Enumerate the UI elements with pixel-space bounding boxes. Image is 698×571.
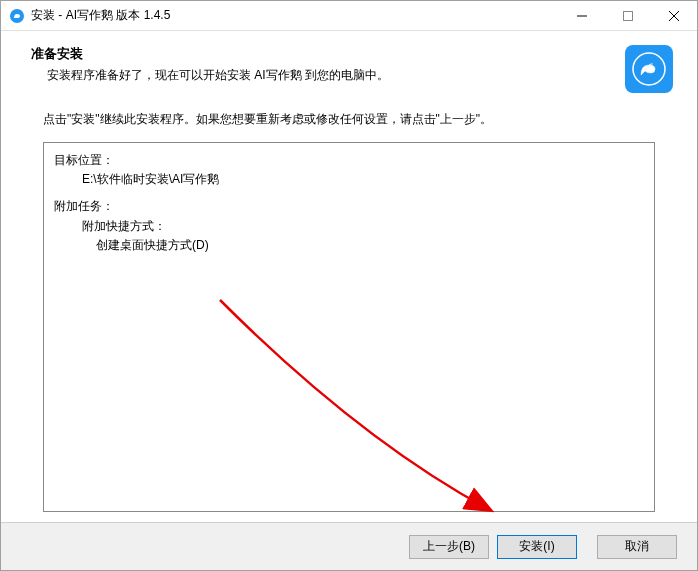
app-icon-small <box>9 8 25 24</box>
window-controls <box>559 1 697 30</box>
shortcuts-label: 附加快捷方式： <box>54 217 644 236</box>
install-button[interactable]: 安装(I) <box>497 535 577 559</box>
window-title: 安装 - AI写作鹅 版本 1.4.5 <box>31 7 559 24</box>
instruction-text: 点击"安装"继续此安装程序。如果您想要重新考虑或修改任何设置，请点击"上一步"。 <box>43 111 655 128</box>
dest-path: E:\软件临时安装\AI写作鹅 <box>54 170 644 189</box>
header-area: 准备安装 安装程序准备好了，现在可以开始安装 AI写作鹅 到您的电脑中。 <box>1 31 697 103</box>
dest-label: 目标位置： <box>54 151 644 170</box>
app-logo-icon <box>625 45 673 93</box>
back-button[interactable]: 上一步(B) <box>409 535 489 559</box>
titlebar: 安装 - AI写作鹅 版本 1.4.5 <box>1 1 697 31</box>
close-button[interactable] <box>651 1 697 30</box>
tasks-label: 附加任务： <box>54 197 644 216</box>
installer-window: 安装 - AI写作鹅 版本 1.4.5 准备安装 安装程序准备好了，现在可以开始… <box>0 0 698 571</box>
footer: 上一步(B) 安装(I) 取消 <box>1 522 697 570</box>
svg-rect-2 <box>624 11 633 20</box>
minimize-button[interactable] <box>559 1 605 30</box>
body-area: 点击"安装"继续此安装程序。如果您想要重新考虑或修改任何设置，请点击"上一步"。… <box>1 103 697 522</box>
maximize-button[interactable] <box>605 1 651 30</box>
desktop-shortcut-line: 创建桌面快捷方式(D) <box>54 236 644 255</box>
page-title: 准备安装 <box>31 45 615 63</box>
cancel-button[interactable]: 取消 <box>597 535 677 559</box>
summary-textarea[interactable]: 目标位置： E:\软件临时安装\AI写作鹅 附加任务： 附加快捷方式： 创建桌面… <box>43 142 655 512</box>
page-subtitle: 安装程序准备好了，现在可以开始安装 AI写作鹅 到您的电脑中。 <box>47 67 615 84</box>
